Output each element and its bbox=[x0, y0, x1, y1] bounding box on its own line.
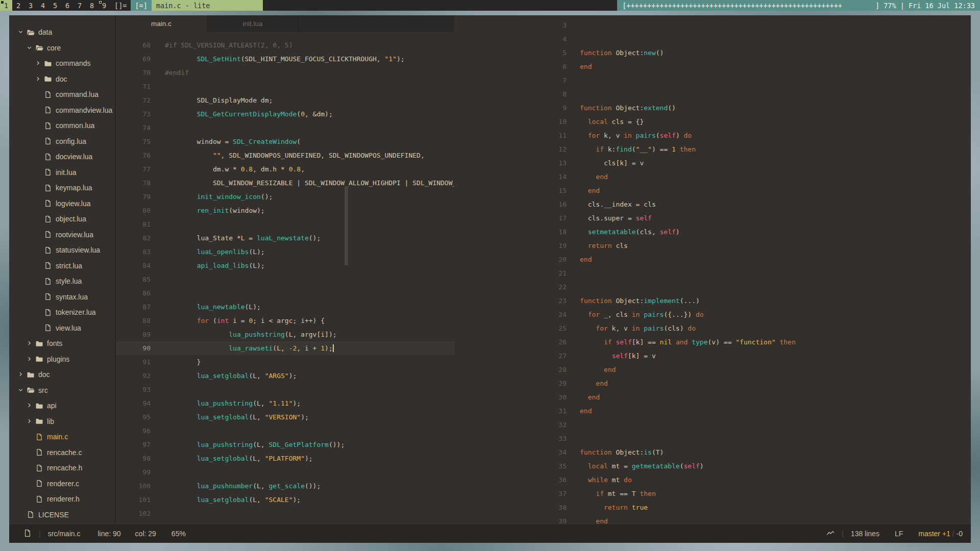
scrollbar[interactable] bbox=[345, 186, 348, 265]
tree-item-syntax-lua[interactable]: syntax.lua bbox=[9, 289, 115, 305]
tree-item-commands[interactable]: commands bbox=[9, 56, 115, 71]
code-line-98[interactable]: 98 lua_setglobal(L, "PLATFORM"); bbox=[116, 452, 454, 465]
code-line-29[interactable]: 29 end bbox=[454, 377, 971, 390]
code-line-11[interactable]: 11 for k, v in pairs(self) do bbox=[454, 129, 971, 142]
workspace-tag-4[interactable]: 4 bbox=[37, 0, 49, 11]
workspace-tag-6[interactable]: 6 bbox=[61, 0, 74, 11]
workspace-tag-2[interactable]: 2 bbox=[12, 0, 24, 11]
tree-item-tokenizer-lua[interactable]: tokenizer.lua bbox=[9, 305, 115, 320]
code-line-15[interactable]: 15 end bbox=[454, 184, 971, 197]
tree-item-renderer-h[interactable]: renderer.h bbox=[9, 491, 115, 507]
tree-item-commandview-lua[interactable]: commandview.lua bbox=[9, 103, 115, 118]
tree-item-rencache-c[interactable]: rencache.c bbox=[9, 445, 115, 461]
workspace-tag-5[interactable]: 5 bbox=[49, 0, 61, 11]
code-line-69[interactable]: 69 SDL_SetHint(SDL_HINT_MOUSE_FOCUS_CLIC… bbox=[116, 52, 454, 66]
code-line-100[interactable]: 100 lua_pushnumber(L, get_scale()); bbox=[116, 479, 454, 493]
code-line-3[interactable]: 3 bbox=[454, 18, 971, 32]
code-line-88[interactable]: 88 for (int i = 0; i < argc; i++) { bbox=[116, 314, 454, 328]
code-line-30[interactable]: 30 end bbox=[454, 390, 971, 404]
code-line-37[interactable]: 37 if mt == T then bbox=[454, 487, 971, 500]
tree-item-statusview-lua[interactable]: statusview.lua bbox=[9, 242, 115, 258]
tree-item-logview-lua[interactable]: logview.lua bbox=[9, 196, 115, 212]
code-line-94[interactable]: 94 lua_pushstring(L, "1.11"); bbox=[116, 396, 454, 410]
code-line-93[interactable]: 93 bbox=[116, 383, 454, 396]
code-line-19[interactable]: 19 return cls bbox=[454, 239, 971, 253]
code-line-17[interactable]: 17 cls.super = self bbox=[454, 211, 971, 225]
workspace-tag-7[interactable]: 7 bbox=[74, 0, 86, 11]
code-line-24[interactable]: 24 for _, cls in pairs({...}) do bbox=[454, 308, 971, 321]
tree-item-plugins[interactable]: plugins bbox=[9, 352, 115, 367]
code-line-72[interactable]: 72 SDL_DisplayMode dm; bbox=[116, 93, 454, 107]
code-line-91[interactable]: 91 } bbox=[116, 355, 454, 369]
tree-item-renderer-c[interactable]: renderer.c bbox=[9, 476, 115, 492]
code-line-102[interactable]: 102 bbox=[116, 507, 454, 520]
code-line-80[interactable]: 80 ren_init(window); bbox=[116, 204, 454, 217]
workspace-tag-9[interactable]: 9 bbox=[98, 0, 110, 11]
tree-item-keymap-lua[interactable]: keymap.lua bbox=[9, 180, 115, 196]
code-line-95[interactable]: 95 lua_setglobal(L, "VERSION"); bbox=[116, 410, 454, 424]
code-line-10[interactable]: 10 local cls = {} bbox=[454, 115, 971, 129]
code-line-81[interactable]: 81 bbox=[116, 217, 454, 231]
code-line-25[interactable]: 25 for k, v in pairs(cls) do bbox=[454, 321, 971, 335]
tree-item-src[interactable]: src bbox=[9, 383, 115, 398]
code-line-6[interactable]: 6end bbox=[454, 60, 971, 73]
code-line-8[interactable]: 8 bbox=[454, 87, 971, 101]
code-line-12[interactable]: 12 if k:find("__") == 1 then bbox=[454, 142, 971, 156]
tree-item-config-lua[interactable]: config.lua bbox=[9, 134, 115, 149]
code-line-83[interactable]: 83 luaL_openlibs(L); bbox=[116, 245, 454, 259]
code-line-82[interactable]: 82 lua_State *L = luaL_newstate(); bbox=[116, 231, 454, 245]
code-line-74[interactable]: 74 bbox=[116, 121, 454, 135]
workspace-tag-3[interactable]: 3 bbox=[24, 0, 37, 11]
tab-main-c[interactable]: main.c bbox=[116, 15, 207, 32]
code-line-85[interactable]: 85 bbox=[116, 272, 454, 286]
code-line-18[interactable]: 18 setmetatable(cls, self) bbox=[454, 225, 971, 239]
tree-item-docview-lua[interactable]: docview.lua bbox=[9, 149, 115, 165]
left-code-area[interactable]: 68#if SDL_VERSION_ATLEAST(2, 0, 5)69 SDL… bbox=[116, 32, 454, 520]
tree-item-rencache-h[interactable]: rencache.h bbox=[9, 460, 115, 476]
code-line-38[interactable]: 38 return true bbox=[454, 500, 971, 514]
tree-item-command-lua[interactable]: command.lua bbox=[9, 87, 115, 103]
code-line-20[interactable]: 20end bbox=[454, 253, 971, 266]
code-line-32[interactable]: 32 bbox=[454, 418, 971, 432]
code-line-96[interactable]: 96 bbox=[116, 424, 454, 438]
tree-item-core[interactable]: core bbox=[9, 40, 115, 56]
code-line-77[interactable]: 77 dm.w * 0.8, dm.h * 0.8, bbox=[116, 162, 454, 176]
code-line-75[interactable]: 75 window = SDL_CreateWindow( bbox=[116, 135, 454, 148]
code-line-86[interactable]: 86 bbox=[116, 286, 454, 300]
code-line-84[interactable]: 84 api_load_libs(L); bbox=[116, 259, 454, 272]
workspace-tag-8[interactable]: 8 bbox=[86, 0, 98, 11]
code-line-73[interactable]: 73 SDL_GetCurrentDisplayMode(0, &dm); bbox=[116, 107, 454, 121]
code-line-35[interactable]: 35 local mt = getmetatable(self) bbox=[454, 459, 971, 473]
code-line-39[interactable]: 39 end bbox=[454, 514, 971, 524]
code-line-68[interactable]: 68#if SDL_VERSION_ATLEAST(2, 0, 5) bbox=[116, 38, 454, 52]
tree-item-strict-lua[interactable]: strict.lua bbox=[9, 258, 115, 274]
code-line-78[interactable]: 78 SDL_WINDOW_RESIZABLE | SDL_WINDOW_ALL… bbox=[116, 176, 454, 190]
tree-item-style-lua[interactable]: style.lua bbox=[9, 273, 115, 289]
code-line-97[interactable]: 97 lua_pushstring(L, SDL_GetPlatform()); bbox=[116, 438, 454, 452]
code-line-33[interactable]: 33 bbox=[454, 432, 971, 445]
workspace-tag-1[interactable]: 1 bbox=[0, 0, 12, 11]
code-line-87[interactable]: 87 lua_newtable(L); bbox=[116, 300, 454, 314]
code-line-4[interactable]: 4 bbox=[454, 32, 971, 46]
tree-item-main-c[interactable]: main.c bbox=[9, 429, 115, 445]
tree-item-object-lua[interactable]: object.lua bbox=[9, 211, 115, 227]
code-line-89[interactable]: 89 lua_pushstring(L, argv[i]); bbox=[116, 328, 454, 341]
code-line-36[interactable]: 36 while mt do bbox=[454, 473, 971, 487]
tree-item-common-lua[interactable]: common.lua bbox=[9, 118, 115, 134]
tree-item-rootview-lua[interactable]: rootview.lua bbox=[9, 227, 115, 243]
tree-item-fonts[interactable]: fonts bbox=[9, 336, 115, 352]
right-code-area[interactable]: 345function Object:new()6end789function … bbox=[454, 15, 971, 524]
code-line-34[interactable]: 34function Object:is(T) bbox=[454, 445, 971, 459]
code-line-92[interactable]: 92 lua_setglobal(L, "ARGS"); bbox=[116, 369, 454, 383]
code-line-14[interactable]: 14 end bbox=[454, 170, 971, 184]
code-line-9[interactable]: 9function Object:extend() bbox=[454, 101, 971, 115]
code-line-71[interactable]: 71 bbox=[116, 80, 454, 93]
tree-item-lib[interactable]: lib bbox=[9, 414, 115, 430]
tree-item-init-lua[interactable]: init.lua bbox=[9, 165, 115, 181]
code-line-76[interactable]: 76 "", SDL_WINDOWPOS_UNDEFINED, SDL_WIND… bbox=[116, 148, 454, 162]
code-line-26[interactable]: 26 if self[k] == nil and type(v) == "fun… bbox=[454, 335, 971, 349]
code-line-99[interactable]: 99 bbox=[116, 465, 454, 479]
code-line-101[interactable]: 101 lua_setglobal(L, "SCALE"); bbox=[116, 493, 454, 507]
code-line-23[interactable]: 23function Object:implement(...) bbox=[454, 294, 971, 308]
code-line-21[interactable]: 21 bbox=[454, 266, 971, 280]
